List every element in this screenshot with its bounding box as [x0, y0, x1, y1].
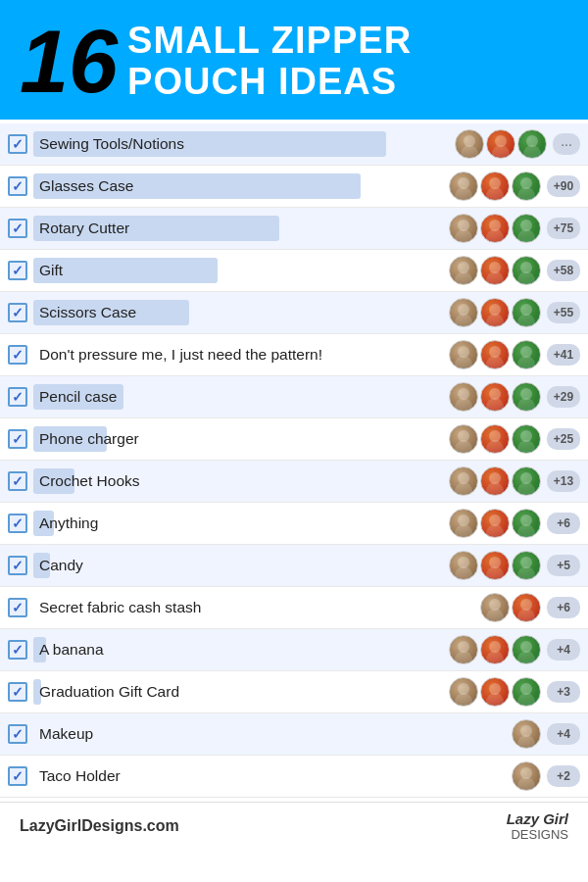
avatar-group — [449, 677, 541, 707]
avatar — [480, 214, 510, 243]
svg-point-77 — [455, 693, 472, 706]
svg-point-53 — [517, 482, 535, 495]
checkbox[interactable]: ✓ — [8, 303, 27, 322]
checkbox[interactable]: ✓ — [8, 219, 27, 238]
avatar — [512, 509, 541, 538]
item-main: Gift — [33, 258, 443, 283]
checkbox[interactable]: ✓ — [8, 429, 27, 449]
list-item: ✓Pencil case +29 — [0, 376, 588, 418]
avatar-group — [449, 256, 541, 285]
count-badge: +75 — [547, 218, 580, 239]
list-item: ✓Phone charger +25 — [0, 418, 588, 461]
checkbox[interactable]: ✓ — [8, 640, 27, 660]
check-mark: ✓ — [12, 263, 24, 278]
footer: LazyGirlDesigns.com Lazy Girl DESIGNS — [0, 802, 588, 850]
svg-point-57 — [486, 524, 504, 537]
item-main: Don't pressure me, I just need the patte… — [33, 342, 443, 368]
count-badge: +6 — [547, 513, 580, 534]
list-item: ✓Crochet Hooks +13 — [0, 461, 588, 503]
svg-point-43 — [455, 440, 472, 453]
avatar — [449, 298, 478, 327]
svg-point-71 — [455, 651, 472, 663]
svg-point-7 — [455, 187, 472, 200]
svg-point-17 — [517, 229, 535, 242]
avatar-group — [480, 593, 541, 622]
svg-point-61 — [455, 566, 472, 579]
checkbox[interactable]: ✓ — [8, 724, 27, 744]
item-label: Sewing Tools/Notions — [33, 131, 449, 157]
svg-point-35 — [517, 356, 535, 368]
avatar-group — [449, 382, 541, 412]
list-item: ✓Gift +58 — [0, 250, 588, 292]
item-main: Glasses Case — [33, 173, 443, 199]
svg-point-49 — [455, 482, 472, 495]
checkbox[interactable]: ✓ — [8, 387, 27, 407]
count-badge: +25 — [547, 428, 580, 450]
avatar — [449, 256, 478, 285]
check-mark: ✓ — [12, 600, 24, 615]
item-main: Pencil case — [33, 384, 443, 410]
count-badge: +41 — [547, 344, 580, 366]
svg-point-67 — [486, 609, 504, 621]
avatar — [449, 172, 478, 201]
avatar — [449, 635, 478, 664]
checkbox[interactable]: ✓ — [8, 176, 27, 196]
item-label: Anything — [33, 511, 443, 536]
item-label: Makeup — [33, 721, 506, 747]
avatar — [480, 298, 510, 327]
checkbox[interactable]: ✓ — [8, 345, 27, 365]
avatar-group — [449, 551, 541, 580]
item-main: A banana — [33, 637, 443, 662]
avatar — [455, 129, 484, 159]
list-item: ✓A banana +4 — [0, 629, 588, 671]
avatar — [449, 509, 478, 538]
avatar — [480, 593, 510, 622]
count-badge: +29 — [547, 386, 580, 408]
poll-list: ✓Sewing Tools/Notions ···✓Glasses Case +… — [0, 120, 588, 802]
avatar — [512, 382, 541, 412]
checkbox[interactable]: ✓ — [8, 514, 27, 533]
check-mark: ✓ — [12, 515, 24, 531]
item-main: Rotary Cutter — [33, 216, 443, 241]
avatar — [480, 551, 510, 580]
avatar — [449, 424, 478, 454]
check-mark: ✓ — [12, 431, 24, 447]
avatar — [512, 298, 541, 327]
avatar — [512, 719, 541, 749]
header-title: SMALL ZIPPER POUCH IDEAS — [127, 21, 412, 103]
svg-point-45 — [486, 440, 504, 453]
check-mark: ✓ — [12, 726, 24, 742]
avatar — [512, 635, 541, 664]
avatar — [512, 340, 541, 369]
svg-point-9 — [486, 187, 504, 200]
item-main: Candy — [33, 553, 443, 578]
checkbox[interactable]: ✓ — [8, 556, 27, 575]
avatar — [480, 382, 510, 412]
avatar-group — [512, 719, 541, 749]
item-label: Crochet Hooks — [33, 468, 443, 494]
check-mark: ✓ — [12, 136, 24, 152]
item-label: Scissors Case — [33, 300, 443, 325]
more-badge[interactable]: ··· — [553, 133, 580, 155]
item-main: Crochet Hooks — [33, 468, 443, 494]
avatar — [512, 593, 541, 622]
list-item: ✓Candy +5 — [0, 545, 588, 587]
item-label: Gift — [33, 258, 443, 283]
item-main: Phone charger — [33, 426, 443, 452]
checkbox[interactable]: ✓ — [8, 682, 27, 702]
avatar — [480, 172, 510, 201]
checkbox[interactable]: ✓ — [8, 261, 27, 280]
svg-point-11 — [517, 187, 535, 200]
item-label: Candy — [33, 553, 443, 578]
checkbox[interactable]: ✓ — [8, 766, 27, 786]
checkbox[interactable]: ✓ — [8, 598, 27, 617]
item-label: Rotary Cutter — [33, 216, 443, 241]
list-item: ✓Secret fabric cash stash +6 — [0, 587, 588, 629]
avatar — [480, 466, 510, 496]
checkbox[interactable]: ✓ — [8, 471, 27, 491]
avatar — [480, 424, 510, 454]
avatar — [480, 509, 510, 538]
checkbox[interactable]: ✓ — [8, 134, 27, 154]
svg-point-59 — [517, 524, 535, 537]
item-main: Scissors Case — [33, 300, 443, 325]
